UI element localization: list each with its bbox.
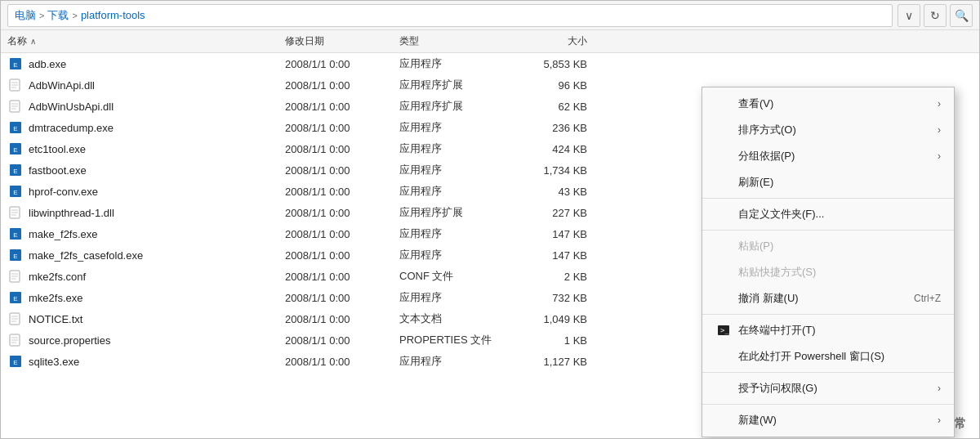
file-size: 227 KB: [514, 207, 587, 219]
dropdown-button[interactable]: ∨: [898, 4, 920, 27]
ctx-icon-placeholder: [715, 206, 732, 222]
breadcrumb-computer[interactable]: 电脑: [15, 8, 36, 23]
context-menu-item-sort[interactable]: 排序方式(O) ›: [702, 117, 954, 143]
file-icon: E: [7, 226, 24, 242]
file-name: hprof-conv.exe: [29, 186, 285, 198]
file-type: PROPERTIES 文件: [399, 333, 514, 347]
svg-text:E: E: [13, 125, 17, 132]
file-icon: E: [7, 289, 24, 306]
search-button[interactable]: 🔍: [950, 4, 973, 27]
file-size: 1 KB: [514, 334, 587, 347]
file-type: 应用程序扩展: [399, 99, 514, 114]
file-date: 2008/1/1 0:00: [285, 79, 399, 92]
breadcrumb[interactable]: 电脑 > 下载 > platform-tools: [7, 4, 893, 27]
file-name: make_f2fs.exe: [29, 228, 285, 240]
file-size: 2 KB: [514, 271, 587, 283]
file-icon: [7, 311, 24, 327]
file-icon: E: [7, 353, 24, 370]
col-header-name[interactable]: 名称 ∧: [7, 34, 285, 48]
col-header-type[interactable]: 类型: [399, 34, 514, 48]
file-type: 应用程序: [399, 354, 514, 369]
explorer-window: 电脑 > 下载 > platform-tools ∨ ↻ 🔍 名称 ∧ 修改日期…: [0, 0, 980, 439]
ctx-item-label: 刷新(E): [738, 175, 941, 190]
file-name: AdbWinUsbApi.dll: [29, 101, 285, 113]
file-size: 96 KB: [514, 79, 587, 92]
file-date: 2008/1/1 0:00: [285, 249, 399, 262]
file-size: 424 KB: [514, 143, 587, 155]
context-menu-divider: [702, 198, 954, 199]
file-date: 2008/1/1 0:00: [285, 292, 399, 304]
ctx-item-label: 在此处打开 Powershell 窗口(S): [738, 349, 941, 364]
ctx-shortcut: Ctrl+Z: [914, 293, 941, 304]
file-date: 2008/1/1 0:00: [285, 101, 399, 113]
file-icon: E: [7, 56, 24, 72]
file-name: NOTICE.txt: [29, 313, 285, 325]
context-menu-item-refresh[interactable]: 刷新(E): [702, 169, 954, 195]
file-type: CONF 文件: [399, 269, 514, 284]
col-header-date[interactable]: 修改日期: [285, 34, 399, 48]
context-menu-item-customize[interactable]: 自定义文件夹(F)...: [702, 201, 954, 227]
svg-text:E: E: [13, 168, 17, 175]
context-menu-divider: [702, 404, 954, 405]
file-date: 2008/1/1 0:00: [285, 58, 399, 70]
ctx-submenu-arrow: ›: [938, 98, 941, 110]
context-menu-item-terminal[interactable]: >_ 在终端中打开(T): [702, 317, 954, 343]
col-header-size[interactable]: 大小: [514, 34, 587, 48]
file-name: sqlite3.exe: [29, 356, 285, 368]
context-menu-item-access[interactable]: 授予访问权限(G) ›: [702, 375, 954, 401]
ctx-item-label: 授予访问权限(G): [738, 381, 934, 396]
svg-text:E: E: [13, 189, 17, 196]
file-icon: E: [7, 162, 24, 178]
svg-text:E: E: [13, 146, 17, 154]
context-menu-item-paste_short: 粘贴快捷方式(S): [702, 259, 954, 285]
context-menu-item-group[interactable]: 分组依据(P) ›: [702, 143, 954, 169]
file-size: 732 KB: [514, 292, 587, 304]
file-name: dmtracedump.exe: [29, 122, 285, 134]
file-name: make_f2fs_casefold.exe: [29, 249, 285, 262]
ctx-item-label: 新建(W): [738, 413, 934, 428]
breadcrumb-download[interactable]: 下载: [47, 8, 69, 23]
file-date: 2008/1/1 0:00: [285, 164, 399, 177]
context-menu-item-powershell[interactable]: 在此处打开 Powershell 窗口(S): [702, 343, 954, 370]
context-menu-divider: [702, 372, 954, 373]
file-type: 应用程序: [399, 226, 514, 241]
ctx-submenu-arrow: ›: [938, 383, 941, 394]
file-name: mke2fs.exe: [29, 292, 285, 304]
ctx-icon-placeholder: [715, 122, 732, 138]
svg-text:E: E: [13, 295, 17, 302]
file-icon: [7, 77, 24, 93]
file-icon: E: [7, 247, 24, 263]
file-icon: E: [7, 141, 24, 157]
file-type: 应用程序扩展: [399, 78, 514, 92]
file-icon: [7, 268, 24, 284]
file-type: 应用程序扩展: [399, 205, 514, 220]
refresh-button[interactable]: ↻: [924, 4, 947, 27]
ctx-submenu-arrow: ›: [938, 150, 941, 162]
context-menu-item-undo[interactable]: 撤消 新建(U) Ctrl+Z: [702, 285, 954, 311]
ctx-icon-placeholder: [715, 290, 732, 307]
ctx-submenu-arrow: ›: [938, 414, 941, 426]
breadcrumb-sep-2: >: [72, 11, 77, 20]
file-icon: [7, 204, 24, 221]
file-icon: [7, 332, 24, 348]
ctx-icon-placeholder: [715, 174, 732, 190]
sort-arrow-name: ∧: [30, 37, 36, 46]
context-menu-item-new[interactable]: 新建(W) ›: [702, 407, 954, 433]
file-date: 2008/1/1 0:00: [285, 207, 399, 219]
file-size: 147 KB: [514, 249, 587, 262]
file-date: 2008/1/1 0:00: [285, 271, 399, 283]
ctx-icon-placeholder: [715, 380, 732, 396]
file-date: 2008/1/1 0:00: [285, 186, 399, 198]
breadcrumb-platform-tools[interactable]: platform-tools: [81, 9, 145, 21]
file-name: adb.exe: [29, 58, 285, 70]
table-row[interactable]: E adb.exe 2008/1/1 0:00 应用程序 5,853 KB: [7, 53, 973, 74]
ctx-icon-placeholder: [715, 348, 732, 365]
file-type: 应用程序: [399, 163, 514, 177]
file-size: 43 KB: [514, 186, 587, 198]
svg-text:E: E: [13, 231, 17, 239]
context-menu-item-view[interactable]: 查看(V) ›: [702, 91, 954, 117]
file-name: source.properties: [29, 334, 285, 347]
ctx-icon-placeholder: [715, 412, 732, 428]
ctx-icon-placeholder: [715, 264, 732, 280]
file-size: 1,127 KB: [514, 356, 587, 368]
